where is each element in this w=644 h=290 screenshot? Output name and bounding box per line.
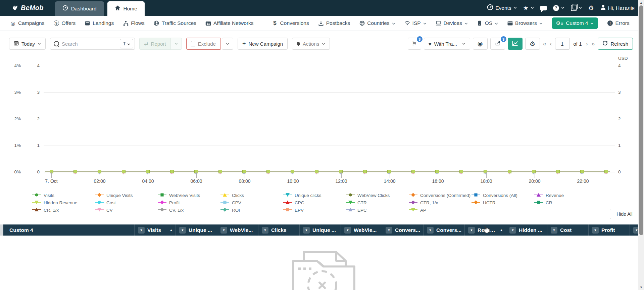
filter-funnel-icon[interactable]: ▼ xyxy=(427,227,434,234)
chart-data-marker[interactable] xyxy=(170,170,174,173)
exclude-dropdown-button[interactable] xyxy=(222,38,233,50)
help-menu[interactable]: ? xyxy=(553,5,564,11)
column-header[interactable]: ▼ xyxy=(630,224,638,236)
tab-dashboard[interactable]: Dashboard xyxy=(55,1,104,16)
legend-item[interactable]: CPC xyxy=(283,200,346,206)
legend-item[interactable]: Conversions (All) xyxy=(472,192,534,199)
flag-filter-button[interactable]: ⚑ $ xyxy=(408,38,421,50)
chart-data-marker[interactable] xyxy=(242,170,246,173)
sort-ascending-icon[interactable]: ▲ xyxy=(500,228,503,232)
nav-item-conversions[interactable]: $Conversions xyxy=(272,20,309,27)
filter-funnel-icon[interactable]: ▼ xyxy=(138,227,145,234)
chart-data-marker[interactable] xyxy=(73,170,77,173)
column-header[interactable]: ▼WebVie... xyxy=(217,224,258,236)
legend-item[interactable]: Revenue xyxy=(534,192,597,199)
legend-item[interactable]: CV xyxy=(95,207,158,213)
chart-toggle-button[interactable] xyxy=(508,38,523,50)
chart-data-marker[interactable] xyxy=(387,170,391,173)
chart-data-marker[interactable] xyxy=(484,170,487,173)
legend-item[interactable]: CR, 1/x xyxy=(32,207,95,213)
nav-item-errors[interactable]: !Errors xyxy=(607,20,629,26)
nav-item-isp[interactable]: ISP xyxy=(404,20,427,26)
chart-data-marker[interactable] xyxy=(508,170,511,173)
chart-data-marker[interactable] xyxy=(291,170,294,173)
legend-item[interactable]: Unique clicks xyxy=(283,192,346,199)
legend-item[interactable]: ROI xyxy=(220,207,283,213)
chart-data-marker[interactable] xyxy=(315,170,318,173)
legend-item[interactable]: Clicks xyxy=(220,192,283,199)
chart-data-marker[interactable] xyxy=(604,170,608,173)
column-header[interactable]: ▼Profit xyxy=(588,224,630,236)
chart-data-marker[interactable] xyxy=(218,170,222,173)
filter-funnel-icon[interactable]: ▼ xyxy=(551,227,557,234)
nav-item-flows[interactable]: Flows xyxy=(123,20,144,26)
visibility-button[interactable]: ◉ xyxy=(473,38,488,50)
column-header-group-name[interactable]: Custom 4 xyxy=(3,224,134,236)
chart-data-marker[interactable] xyxy=(122,170,126,173)
legend-item[interactable]: AP xyxy=(409,207,472,213)
page-number-input[interactable] xyxy=(555,38,570,50)
last-page-button[interactable]: » xyxy=(591,38,595,50)
column-header[interactable]: ▼Unique ... xyxy=(176,224,217,236)
events-menu[interactable]: Events xyxy=(487,4,516,12)
legend-item[interactable]: UCTR xyxy=(472,200,534,206)
sort-ascending-icon[interactable]: ▲ xyxy=(169,228,173,232)
legend-item[interactable]: Unique Visits xyxy=(95,192,158,199)
legend-item[interactable]: Cost xyxy=(95,200,158,206)
nav-item-campaigns[interactable]: ◎Campaigns xyxy=(10,20,44,27)
chart-data-marker[interactable] xyxy=(411,170,415,173)
refresh-button[interactable]: Refresh xyxy=(598,38,633,50)
nav-item-countries[interactable]: Countries xyxy=(359,20,395,26)
nav-item-custom-4[interactable]: ⚙⚙Custom 4 xyxy=(552,17,598,29)
legend-item[interactable]: WebView Clicks xyxy=(346,192,409,199)
chart-data-marker[interactable] xyxy=(363,170,367,173)
vertical-scrollbar[interactable]: ▲ ▼ xyxy=(638,0,644,290)
report-dropdown-button[interactable] xyxy=(170,38,182,50)
legend-item[interactable]: CPV xyxy=(220,200,283,206)
nav-item-devices[interactable]: Devices xyxy=(436,20,468,26)
legend-item[interactable]: Profit xyxy=(158,200,220,206)
legend-item[interactable]: Visits xyxy=(32,192,95,199)
hide-all-button[interactable]: Hide All xyxy=(610,209,639,219)
nav-item-affiliate-networks[interactable]: Affiliate Networks xyxy=(205,20,253,26)
legend-item[interactable]: Conversions (Confirmed) xyxy=(409,192,472,199)
table-settings-button[interactable]: ⚙ xyxy=(525,38,540,50)
legend-item[interactable]: Hidden Revenue xyxy=(32,200,95,206)
exclude-button[interactable]: Exclude xyxy=(186,38,220,50)
legend-item[interactable]: CV, 1/x xyxy=(158,207,220,213)
filter-funnel-icon[interactable]: ▼ xyxy=(303,227,310,234)
nav-item-offers[interactable]: $Offers xyxy=(53,20,76,26)
chart-data-marker[interactable] xyxy=(435,170,439,173)
column-header[interactable]: ▼Convers... xyxy=(423,224,464,236)
nav-item-os[interactable]: OS xyxy=(477,20,498,26)
legend-item[interactable]: CTR, 1/x xyxy=(409,200,472,206)
date-range-button[interactable]: Today xyxy=(9,38,46,50)
column-header[interactable]: ▼Unique ... xyxy=(299,224,341,236)
nav-item-postbacks[interactable]: Postbacks xyxy=(318,20,350,26)
user-menu[interactable]: Hi, Наталія xyxy=(600,4,635,11)
legend-item[interactable]: CTR xyxy=(346,200,409,206)
chart-data-marker[interactable] xyxy=(266,170,270,173)
filter-funnel-icon[interactable]: ▼ xyxy=(220,227,227,234)
nav-item-browsers[interactable]: Browsers xyxy=(507,20,543,26)
filter-funnel-icon[interactable]: ▼ xyxy=(179,227,186,234)
actions-button[interactable]: Actions xyxy=(292,38,330,50)
filter-funnel-icon[interactable]: ▼ xyxy=(468,227,475,234)
filter-funnel-icon[interactable]: ▼ xyxy=(386,227,392,234)
column-header[interactable]: ▼WebVie... xyxy=(341,224,382,236)
favorites-menu[interactable]: ★ xyxy=(523,4,534,12)
legend-item[interactable]: EPC xyxy=(346,207,409,213)
chart-data-marker[interactable] xyxy=(459,170,463,173)
new-campaign-button[interactable]: + New Campaign xyxy=(238,38,288,50)
scroll-up-icon[interactable]: ▲ xyxy=(638,1,644,4)
column-header[interactable]: ▼Hidden ... xyxy=(506,224,547,236)
filter-funnel-icon[interactable]: ▼ xyxy=(344,227,351,234)
nav-item-traffic-sources[interactable]: Traffic Sources xyxy=(154,20,196,26)
search-filter-button[interactable]: T xyxy=(120,39,133,48)
filter-funnel-icon[interactable]: ▼ xyxy=(262,227,268,234)
chart-data-marker[interactable] xyxy=(556,170,560,173)
chart-data-marker[interactable] xyxy=(339,170,343,173)
nav-item-landings[interactable]: Landings xyxy=(85,20,114,26)
resources-menu[interactable] xyxy=(571,5,582,11)
scroll-down-icon[interactable]: ▼ xyxy=(638,286,644,289)
